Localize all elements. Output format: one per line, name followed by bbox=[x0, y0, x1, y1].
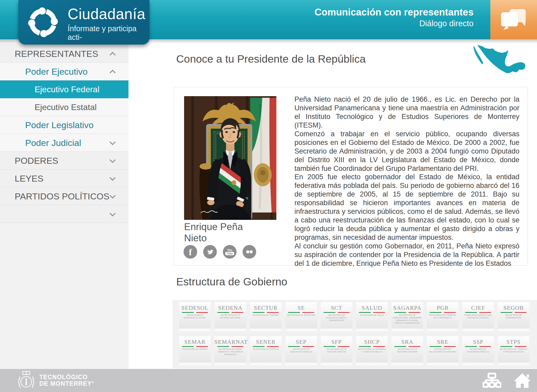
flag-divider bbox=[394, 312, 420, 313]
chevron-down-icon bbox=[110, 193, 115, 199]
header-section-title: Comunicación con representantes Diálogo … bbox=[314, 7, 474, 28]
gov-card-sra[interactable]: SRA Secretaría de la Reforma Agraria bbox=[391, 336, 423, 362]
youtube-icon[interactable]: You Tube bbox=[223, 245, 237, 259]
twitter-icon[interactable] bbox=[203, 245, 217, 259]
gov-card-sct[interactable]: SCT Secretaría de Comunicaciones y Trans… bbox=[321, 302, 352, 328]
gov-name: Secretaría de Gobernación bbox=[499, 314, 528, 319]
sidebar-item-leyes[interactable]: LEYES bbox=[0, 170, 128, 187]
gov-acronym: SECTUR bbox=[250, 304, 282, 311]
sidebar-item-partidos-politicos[interactable]: PARTIDOS POLÍTICOS bbox=[0, 187, 128, 205]
government-structure-band: SEDESOL Secretaría de Desarrollo Social … bbox=[173, 300, 537, 368]
tec-brand-line1: TECNOLÓGICO bbox=[39, 374, 94, 380]
gov-card-sedesol[interactable]: SEDESOL Secretaría de Desarrollo Social bbox=[179, 302, 211, 328]
sidebar-item-poder-judicial[interactable]: Poder Judicial bbox=[0, 134, 128, 152]
gov-name: Secretaría de Agricultura, Ganadería, De… bbox=[393, 314, 422, 324]
chat-bubbles-icon bbox=[500, 8, 527, 31]
gov-name: Secretaría de Educación Pública bbox=[287, 348, 316, 353]
gov-card-semar[interactable]: SEMAR Secretaría de Marina bbox=[179, 336, 211, 362]
gov-acronym: SEDESOL bbox=[179, 304, 211, 311]
footer-actions bbox=[482, 369, 531, 392]
circle-of-people-icon bbox=[24, 3, 62, 41]
flag-divider bbox=[288, 346, 314, 347]
flag-divider bbox=[430, 312, 456, 313]
chevron-down-icon bbox=[110, 158, 115, 164]
gov-card-pgr[interactable]: PGR Procuraduría General de la República bbox=[427, 302, 459, 328]
tec-brand-line2: DE MONTERREY® bbox=[39, 380, 94, 387]
social-links: f You Tube bbox=[184, 245, 256, 259]
sidebar-item-ejecutivo-federal[interactable]: Ejecutivo Federal bbox=[0, 80, 128, 98]
gov-card-salud[interactable]: SALUD Secretaría de Salud bbox=[356, 302, 388, 328]
gov-name: Secretaría de la Reforma Agraria bbox=[393, 348, 422, 353]
gov-card-sagarpa[interactable]: SAGARPA Secretaría de Agricultura, Ganad… bbox=[391, 302, 423, 328]
sidebar-item-ejecutivo-estatal[interactable]: Ejecutivo Estatal bbox=[0, 98, 128, 116]
gov-name: Secretaría de Turismo bbox=[251, 314, 280, 317]
gov-card-shcp[interactable]: SHCP Secretaría de Hacienda y Crédito Pú… bbox=[356, 336, 388, 362]
chat-button[interactable] bbox=[490, 0, 537, 39]
flag-divider bbox=[501, 346, 527, 347]
footer: TECNOLÓGICO DE MONTERREY® bbox=[0, 369, 537, 392]
sidebar-item-poder-legislativo[interactable]: Poder Legislativo bbox=[0, 116, 128, 134]
flag-divider bbox=[430, 346, 456, 347]
sidebar-item-label: Poder Judicial bbox=[25, 138, 81, 148]
flag-divider bbox=[253, 346, 279, 347]
flickr-icon[interactable] bbox=[243, 245, 256, 259]
gov-name: Secretaría de Seguridad Pública bbox=[464, 348, 493, 353]
gov-card-ssp[interactable]: SSP Secretaría de Seguridad Pública bbox=[462, 336, 494, 362]
chevron-down-icon bbox=[110, 211, 115, 217]
chevron-down-icon bbox=[110, 140, 115, 146]
sidebar-item-representantes[interactable]: REPRESENTANTES bbox=[0, 45, 128, 63]
flag-divider bbox=[359, 312, 385, 313]
facebook-icon[interactable]: f bbox=[184, 245, 197, 259]
gov-acronym: SALUD bbox=[356, 304, 388, 311]
chevron-down-icon bbox=[110, 176, 115, 181]
app-subtitle: Ínformate y participa acti- bbox=[68, 24, 149, 42]
gov-card-segob[interactable]: SEGOB Secretaría de Gobernación bbox=[498, 302, 529, 328]
registered-mark: ® bbox=[92, 381, 94, 384]
gov-card-se[interactable]: SE Secretaría de Economía bbox=[285, 302, 317, 328]
app-logo-box[interactable]: Ciudadanía Ínformate y participa acti- bbox=[18, 0, 149, 45]
youtube-tube-glyph: Tube bbox=[225, 252, 234, 255]
gov-name: Consejería Jurídica del Ejecutivo Federa… bbox=[464, 314, 493, 319]
gov-acronym: SRE bbox=[427, 339, 459, 345]
sitemap-icon[interactable] bbox=[482, 372, 501, 389]
gov-card-sre[interactable]: SRE Secretaría de Relaciones Exteriores bbox=[427, 336, 459, 362]
gov-card-sep[interactable]: SEP Secretaría de Educación Pública bbox=[285, 336, 317, 362]
bio-paragraph: En 2005 fue electo gobernador del Estado… bbox=[294, 173, 519, 242]
gov-card-sectur[interactable]: SECTUR Secretaría de Turismo bbox=[250, 302, 282, 328]
gov-acronym: SENER bbox=[250, 339, 282, 345]
president-card: Enrique Peña Nieto f You Tube bbox=[174, 87, 528, 266]
gov-card-cjef[interactable]: CJEF Consejería Jurídica del Ejecutivo F… bbox=[462, 302, 494, 328]
gov-acronym: SEMARNAT bbox=[214, 339, 246, 345]
gov-name: Procuraduría General de la República bbox=[428, 314, 457, 319]
gov-card-sfp[interactable]: SFP Secretaría de la Función Pública bbox=[321, 336, 352, 362]
main-content: Conoce a tu Presidente de la República bbox=[128, 39, 537, 369]
mexico-map-icon bbox=[468, 42, 528, 82]
section-title: Comunicación con representantes bbox=[314, 7, 474, 18]
sidebar-item-label: Poder Ejecutivo bbox=[25, 66, 88, 77]
flag-divider bbox=[359, 346, 385, 347]
section-subtitle: Diálogo directo bbox=[314, 19, 474, 28]
gov-name: Secretaría de Relaciones Exteriores bbox=[428, 348, 457, 353]
youtube-you-glyph: You bbox=[227, 249, 232, 252]
gov-acronym: SHCP bbox=[356, 339, 388, 345]
tec-crest-icon bbox=[17, 370, 36, 391]
sidebar-item-label: PODERES bbox=[15, 155, 58, 166]
tec-de-monterrey-brand: TECNOLÓGICO DE MONTERREY® bbox=[17, 370, 94, 391]
gov-acronym: SCT bbox=[321, 304, 352, 311]
sidebar-item-poder-ejecutivo[interactable]: Poder Ejecutivo bbox=[0, 63, 128, 80]
app-title: Ciudadanía bbox=[68, 5, 149, 23]
home-icon[interactable] bbox=[513, 372, 531, 389]
gov-card-sener[interactable]: SENER Secretaría de Energía bbox=[250, 336, 282, 362]
structure-title: Estructura de Gobierno bbox=[176, 276, 287, 288]
gov-card-sedena[interactable]: SEDENA Secretaría de la Defensa Nacional bbox=[214, 302, 246, 328]
gov-card-semarnat[interactable]: SEMARNAT Secretaría de Medio Ambiente y … bbox=[214, 336, 246, 362]
gov-name: Secretaría del Trabajo y Previsión Socia… bbox=[499, 348, 528, 353]
chevron-up-icon bbox=[110, 69, 115, 74]
facebook-glyph: f bbox=[189, 247, 192, 257]
sidebar-item-extra[interactable] bbox=[0, 205, 128, 223]
gov-card-stps[interactable]: STPS Secretaría del Trabajo y Previsión … bbox=[498, 336, 529, 362]
ciudadania-app: Comunicación con representantes Diálogo … bbox=[0, 0, 537, 392]
sidebar-item-poderes[interactable]: PODERES bbox=[0, 152, 128, 170]
gov-acronym: PGR bbox=[427, 304, 459, 311]
flag-divider bbox=[217, 346, 243, 347]
